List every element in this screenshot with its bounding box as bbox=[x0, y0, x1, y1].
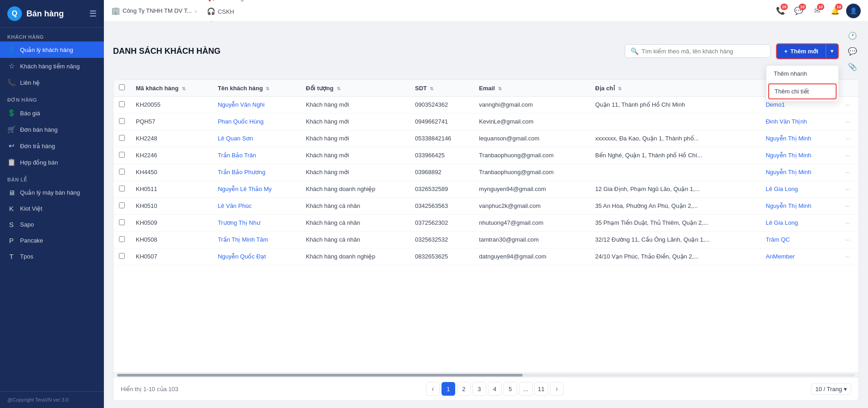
sidebar-item-sapo[interactable]: SSapo bbox=[0, 217, 104, 232]
td-ten-4[interactable]: Trần Bảo Phương bbox=[212, 164, 300, 181]
sidebar-label-kiot-viet: Kiot Việt bbox=[20, 205, 42, 212]
th-checkbox bbox=[113, 80, 130, 97]
td-nv-2[interactable]: Nguyễn Thị Minh bbox=[760, 130, 837, 147]
select-all-checkbox[interactable] bbox=[119, 84, 125, 90]
hamburger-icon[interactable]: ☰ bbox=[89, 9, 97, 19]
td-nv-6[interactable]: Nguyễn Thị Minh bbox=[760, 198, 837, 215]
td-actions-7[interactable]: ··· bbox=[837, 215, 858, 232]
row-checkbox-9[interactable] bbox=[119, 253, 125, 259]
row-checkbox-6[interactable] bbox=[119, 202, 125, 208]
pagination-prev[interactable]: ‹ bbox=[426, 382, 440, 396]
topnav-item-cskh[interactable]: 🎧CSKH bbox=[202, 5, 249, 18]
td-actions-1[interactable]: ··· bbox=[837, 114, 858, 130]
pagination-page-1[interactable]: 1 bbox=[442, 382, 455, 396]
td-actions-2[interactable]: ··· bbox=[837, 130, 858, 147]
sidebar-item-quan-ly-may-ban-hang[interactable]: 🖥Quản lý máy bán hàng bbox=[0, 185, 104, 201]
sidebar-item-tpos[interactable]: TTpos bbox=[0, 248, 104, 264]
pagination-page-4[interactable]: 4 bbox=[488, 382, 502, 396]
plus-icon: + bbox=[784, 48, 788, 55]
pagination-page-11[interactable]: 11 bbox=[534, 382, 548, 396]
row-checkbox-1[interactable] bbox=[119, 118, 125, 124]
sort-email-icon[interactable]: ⇅ bbox=[498, 86, 502, 91]
td-ten-5[interactable]: Nguyễn Lê Thảo My bbox=[212, 181, 300, 198]
pagination-next[interactable]: › bbox=[550, 382, 564, 396]
pagination-page-2[interactable]: 2 bbox=[457, 382, 471, 396]
sidebar-item-pancake[interactable]: PPancake bbox=[0, 232, 104, 248]
td-nv-3[interactable]: Nguyễn Thị Minh bbox=[760, 147, 837, 164]
pagination-page-3[interactable]: 3 bbox=[473, 382, 486, 396]
sort-dt-icon[interactable]: ⇅ bbox=[337, 86, 340, 91]
td-ten-8[interactable]: Trần Thị Minh Tâm bbox=[212, 232, 300, 248]
sidebar-item-khach-hang-tiem-nang[interactable]: ☆Khách hàng tiềm năng bbox=[0, 58, 104, 74]
row-checkbox-7[interactable] bbox=[119, 219, 125, 225]
sidebar-item-lien-he[interactable]: 📞Liên hệ bbox=[0, 74, 104, 91]
sidebar-item-don-tra-hang[interactable]: ↩Đơn trả hàng bbox=[0, 138, 104, 154]
td-nv-9[interactable]: AnMember bbox=[760, 248, 837, 265]
td-nv-1[interactable]: Đinh Văn Thịnh bbox=[760, 114, 837, 130]
paperclip-icon[interactable]: 📎 bbox=[846, 60, 859, 73]
phone-icon-btn[interactable]: 📞 10 bbox=[773, 4, 788, 18]
td-sdt-2: 05338842146 bbox=[410, 130, 474, 147]
them-chi-tiet-item[interactable]: Thêm chi tiết bbox=[768, 83, 837, 99]
sidebar-item-bao-gia[interactable]: 💲Báo giá bbox=[0, 105, 104, 121]
sidebar-item-hop-dong-ban[interactable]: 📋Hợp đồng bán bbox=[0, 154, 104, 170]
company-selector[interactable]: 🏢 Công Ty TNHH TM DV T... bbox=[111, 6, 192, 15]
sidebar-item-kiot-viet[interactable]: KKiot Việt bbox=[0, 201, 104, 217]
sidebar-label-pancake: Pancake bbox=[20, 237, 43, 244]
td-ten-1[interactable]: Phan Quốc Hùng bbox=[212, 114, 300, 130]
td-nv-4[interactable]: Nguyễn Thị Minh bbox=[760, 164, 837, 181]
td-ten-0[interactable]: Nguyễn Văn Nghi bbox=[212, 97, 300, 114]
row-checkbox-5[interactable] bbox=[119, 186, 125, 191]
bell-icon-btn[interactable]: 🔔 10 bbox=[828, 4, 842, 18]
td-nv-5[interactable]: Lê Gia Long bbox=[760, 181, 837, 198]
table-scroll-area[interactable]: Mã khách hàng ⇅ Tên khách hàng ⇅ Đối tượ… bbox=[113, 80, 858, 372]
td-actions-0[interactable]: ··· bbox=[837, 97, 858, 114]
td-nv-7[interactable]: Lê Gia Long bbox=[760, 215, 837, 232]
sort-ma-icon[interactable]: ⇅ bbox=[182, 86, 185, 91]
mail-icon-btn[interactable]: ✉ 10 bbox=[810, 4, 824, 18]
sort-ten-icon[interactable]: ⇅ bbox=[266, 86, 269, 91]
add-dropdown-btn[interactable]: ▾ bbox=[826, 44, 838, 58]
add-main-btn[interactable]: + Thêm mới bbox=[777, 44, 826, 58]
td-actions-8[interactable]: ··· bbox=[837, 232, 858, 248]
sort-sdt-icon[interactable]: ⇅ bbox=[430, 86, 433, 91]
row-checkbox-3[interactable] bbox=[119, 152, 125, 158]
sidebar-icon-lien-he: 📞 bbox=[7, 78, 15, 87]
row-checkbox-8[interactable] bbox=[119, 236, 125, 242]
horizontal-scrollbar[interactable] bbox=[113, 372, 858, 377]
td-ten-3[interactable]: Trần Bảo Trân bbox=[212, 147, 300, 164]
td-dc-6: 35 An Hòa, Phường An Phú, Quận 2,... bbox=[590, 198, 760, 215]
td-ten-7[interactable]: Trương Thị Như bbox=[212, 215, 300, 232]
row-checkbox-4[interactable] bbox=[119, 169, 125, 175]
row-checkbox-2[interactable] bbox=[119, 135, 125, 141]
comment-icon[interactable]: 💬 bbox=[846, 45, 859, 57]
pagination-page-5[interactable]: 5 bbox=[503, 382, 517, 396]
row-checkbox-0[interactable] bbox=[119, 101, 125, 107]
sidebar-item-quan-ly-khach-hang[interactable]: 👤Quản lý khách hàng bbox=[0, 41, 104, 58]
sort-dc-icon[interactable]: ⇅ bbox=[618, 86, 621, 91]
per-page-select[interactable]: 10 / Trang ▾ bbox=[811, 383, 851, 395]
td-actions-5[interactable]: ··· bbox=[837, 181, 858, 198]
td-actions-9[interactable]: ··· bbox=[837, 248, 858, 265]
td-ten-9[interactable]: Nguyễn Quốc Đạt bbox=[212, 248, 300, 265]
clock-icon[interactable]: 🕐 bbox=[846, 29, 859, 42]
td-actions-6[interactable]: ··· bbox=[837, 198, 858, 215]
sidebar-item-don-ban-hang[interactable]: 🛒Đơn bán hàng bbox=[0, 121, 104, 138]
them-nhanh-item[interactable]: Thêm nhanh bbox=[766, 66, 838, 82]
td-nv-8[interactable]: Trâm QC bbox=[760, 232, 837, 248]
topnav-item-marketing[interactable]: 📢Marketing bbox=[202, 0, 249, 5]
header-right: 🔍 + Thêm mới ▾ Thêm nhanh Thêm chi t bbox=[625, 29, 859, 73]
chat-icon-btn[interactable]: 💬 10 bbox=[791, 4, 806, 18]
td-actions-3[interactable]: ··· bbox=[837, 147, 858, 164]
building-icon: 🏢 bbox=[111, 6, 120, 15]
td-ten-2[interactable]: Lê Quan Sơn bbox=[212, 130, 300, 147]
sidebar-label-hop-dong-ban: Hợp đồng bán bbox=[20, 159, 58, 166]
td-ten-6[interactable]: Lê Văn Phúc bbox=[212, 198, 300, 215]
td-dt-0: Khách hàng mới bbox=[300, 97, 410, 114]
td-actions-4[interactable]: ··· bbox=[837, 164, 858, 181]
sidebar-label-khach-hang-tiem-nang: Khách hàng tiềm năng bbox=[20, 63, 80, 70]
avatar[interactable]: 👤 bbox=[846, 4, 861, 18]
td-dc-5: 12 Gia Định, Phạm Ngũ Lão, Quận 1,... bbox=[590, 181, 760, 198]
search-input[interactable] bbox=[642, 48, 765, 55]
pagination-page-...[interactable]: ... bbox=[519, 382, 533, 396]
